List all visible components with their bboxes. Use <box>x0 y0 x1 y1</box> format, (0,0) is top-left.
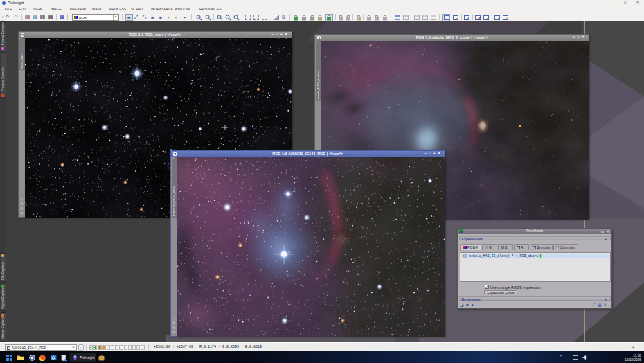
svg-text:+: + <box>218 15 220 19</box>
svg-text:+: + <box>197 15 199 19</box>
